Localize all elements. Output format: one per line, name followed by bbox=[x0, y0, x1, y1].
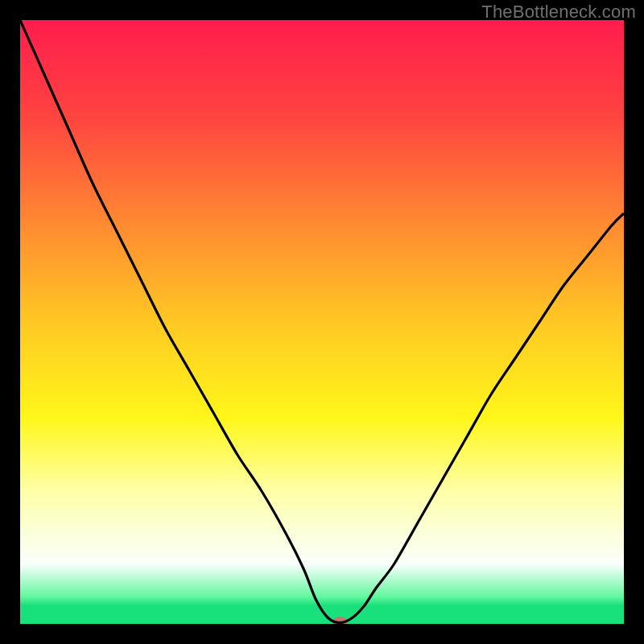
bottleneck-chart bbox=[0, 0, 644, 644]
gradient-background bbox=[20, 20, 624, 624]
watermark-text: TheBottleneck.com bbox=[481, 2, 636, 23]
chart-container: TheBottleneck.com bbox=[0, 0, 644, 644]
